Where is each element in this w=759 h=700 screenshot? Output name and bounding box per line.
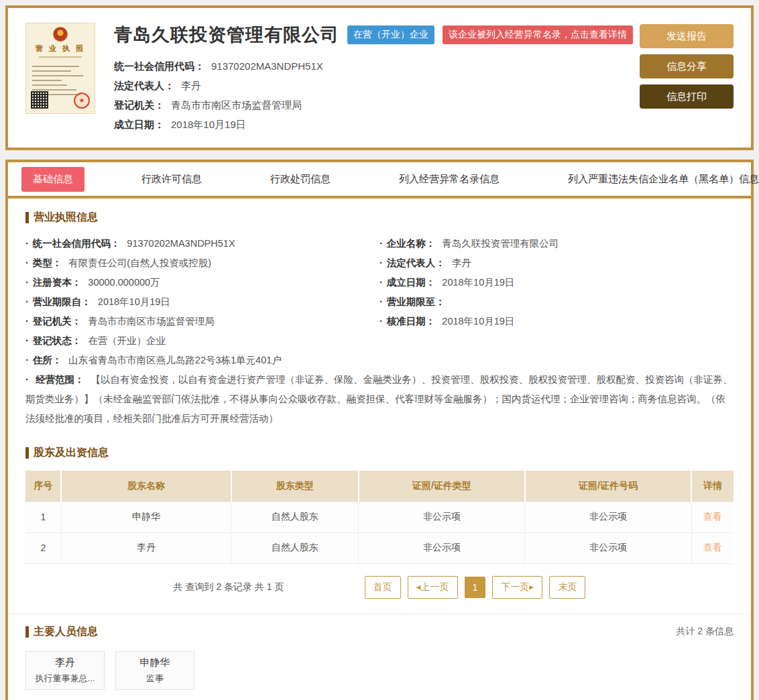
col-header-type: 股东类型 bbox=[231, 471, 359, 502]
shareholders-section-title: 股东及出资信息 bbox=[25, 446, 734, 460]
table-row: 1 申静华 自然人股东 非公示项 非公示项 查看 bbox=[25, 502, 734, 532]
field-term-to: 营业期限至： bbox=[380, 292, 734, 312]
pagination-prev-button[interactable]: ◂上一页 bbox=[408, 576, 458, 599]
field-company-name: 企业名称：青岛久联投资管理有限公司 bbox=[380, 234, 734, 253]
record-count-summary: 共 查询到 2 条记录 共 1 页 bbox=[174, 581, 284, 593]
header-field-registry: 登记机关：青岛市市南区市场监督管理局 bbox=[114, 95, 640, 115]
col-header-cert-type: 证照/证件类型 bbox=[359, 471, 525, 502]
col-header-name: 股东名称 bbox=[61, 471, 231, 502]
national-emblem-icon bbox=[53, 27, 68, 42]
person-card[interactable]: 申静华 监事 bbox=[115, 651, 194, 690]
header-field-legal-rep: 法定代表人：李丹 bbox=[114, 76, 640, 95]
field-company-type: 类型：有限责任公司(自然人投资或控股) bbox=[25, 253, 380, 273]
company-detail-panel: 基础信息 行政许可信息 行政处罚信息 列入经营异常名录信息 列入严重违法失信企业… bbox=[5, 160, 754, 700]
shareholders-table: 序号 股东名称 股东类型 证照/证件类型 证照/证件号码 详情 1 申静华 自然… bbox=[25, 471, 734, 564]
tab-blacklist[interactable]: 列入严重违法失信企业名单（黑名单）信息 bbox=[557, 167, 759, 192]
person-card[interactable]: 李丹 执行董事兼总... bbox=[25, 651, 105, 690]
personnel-section-title: 主要人员信息 bbox=[25, 625, 98, 639]
personnel-section: 主要人员信息 共计 2 条信息 李丹 执行董事兼总... 申静华 监事 bbox=[8, 614, 751, 700]
field-credit-code: 统一社会信用代码：91370202MA3NDPH51X bbox=[25, 234, 380, 253]
tab-admin-license[interactable]: 行政许可信息 bbox=[130, 167, 213, 192]
license-fields-right-column: 企业名称：青岛久联投资管理有限公司 法定代表人：李丹 成立日期：2018年10月… bbox=[380, 234, 734, 370]
pagination-page-1-button[interactable]: 1 bbox=[465, 577, 486, 598]
send-report-button[interactable]: 发送报告 bbox=[640, 24, 734, 48]
license-fields-left-column: 统一社会信用代码：91370202MA3NDPH51X 类型：有限责任公司(自然… bbox=[25, 234, 380, 370]
red-seal-icon: ★ bbox=[74, 93, 90, 109]
pagination-next-button[interactable]: 下一页▸ bbox=[492, 576, 542, 599]
field-term-from: 营业期限自：2018年10月19日 bbox=[25, 292, 380, 312]
field-founding-date: 成立日期：2018年10月19日 bbox=[380, 273, 734, 292]
license-image-subtitle-line bbox=[39, 56, 82, 58]
field-address: 住所：山东省青岛市市南区燕儿岛路22号3栋1单元401户 bbox=[25, 351, 380, 370]
table-header-row: 序号 股东名称 股东类型 证照/证件类型 证照/证件号码 详情 bbox=[25, 471, 734, 502]
person-role: 执行董事兼总... bbox=[36, 673, 95, 685]
personnel-cards: 李丹 执行董事兼总... 申静华 监事 bbox=[25, 651, 734, 700]
person-name: 申静华 bbox=[140, 656, 170, 669]
field-registry-authority: 登记机关：青岛市市南区市场监督管理局 bbox=[25, 312, 380, 331]
company-name-title: 青岛久联投资管理有限公司 bbox=[114, 23, 339, 47]
company-header-panel: 营 业 执 照 ★ 青岛久联投资管理有限公司 在营（开业）企业 该企业被列入经营… bbox=[5, 5, 754, 150]
tab-admin-penalty[interactable]: 行政处罚信息 bbox=[259, 167, 342, 192]
shareholders-section: 股东及出资信息 序号 股东名称 股东类型 证照/证件类型 证照/证件号码 详情 bbox=[8, 428, 751, 599]
col-header-detail: 详情 bbox=[691, 471, 734, 502]
view-detail-link[interactable]: 查看 bbox=[703, 511, 722, 522]
print-info-button[interactable]: 信息打印 bbox=[640, 84, 734, 109]
pagination-last-button[interactable]: 末页 bbox=[549, 576, 585, 599]
abnormal-warning-badge[interactable]: 该企业被列入经营异常名录，点击查看详情 bbox=[443, 25, 633, 44]
field-legal-rep: 法定代表人：李丹 bbox=[380, 253, 734, 273]
tab-basic-info[interactable]: 基础信息 bbox=[21, 167, 84, 192]
section-title-bar bbox=[25, 447, 29, 459]
header-field-credit-code: 统一社会信用代码：91370202MA3NDPH51X bbox=[114, 56, 640, 76]
table-row: 2 李丹 自然人股东 非公示项 非公示项 查看 bbox=[25, 532, 734, 563]
header-field-founding-date: 成立日期：2018年10月19日 bbox=[114, 115, 640, 134]
license-section-title: 营业执照信息 bbox=[25, 211, 734, 225]
share-info-button[interactable]: 信息分享 bbox=[640, 54, 734, 78]
field-approval-date: 核准日期：2018年10月19日 bbox=[380, 312, 734, 331]
qr-code-icon bbox=[31, 91, 48, 109]
field-registered-capital: 注册资本：30000.000000万 bbox=[25, 273, 380, 292]
license-image-title: 营 业 执 照 bbox=[36, 44, 85, 54]
section-title-bar bbox=[25, 212, 29, 223]
pager-buttons: 首页 ◂上一页 1 下一页▸ 末页 bbox=[365, 576, 586, 599]
license-image-text-lines bbox=[31, 62, 90, 95]
personnel-count-text: 共计 2 条信息 bbox=[676, 626, 734, 638]
person-name: 李丹 bbox=[55, 656, 75, 669]
status-badge: 在营（开业）企业 bbox=[347, 25, 434, 44]
field-registration-status: 登记状态：在营（开业）企业 bbox=[25, 331, 380, 351]
person-role: 监事 bbox=[146, 673, 164, 685]
field-business-scope: 经营范围：【以自有资金投资，以自有资金进行资产管理（非证券、保险、金融类业务）、… bbox=[25, 370, 734, 428]
section-title-bar bbox=[25, 626, 29, 638]
business-license-image: 营 业 执 照 ★ bbox=[25, 23, 95, 114]
tab-abnormal-list[interactable]: 列入经营异常名录信息 bbox=[388, 167, 511, 192]
col-header-cert-no: 证照/证件号码 bbox=[525, 471, 691, 502]
tab-bar: 基础信息 行政许可信息 行政处罚信息 列入经营异常名录信息 列入严重违法失信企业… bbox=[8, 162, 751, 198]
view-detail-link[interactable]: 查看 bbox=[703, 542, 722, 552]
pagination-first-button[interactable]: 首页 bbox=[365, 576, 401, 599]
col-header-no: 序号 bbox=[25, 471, 61, 502]
pagination: 共 查询到 2 条记录 共 1 页 首页 ◂上一页 1 下一页▸ 末页 bbox=[25, 576, 734, 599]
license-info-section: 营业执照信息 统一社会信用代码：91370202MA3NDPH51X 类型：有限… bbox=[8, 198, 751, 428]
